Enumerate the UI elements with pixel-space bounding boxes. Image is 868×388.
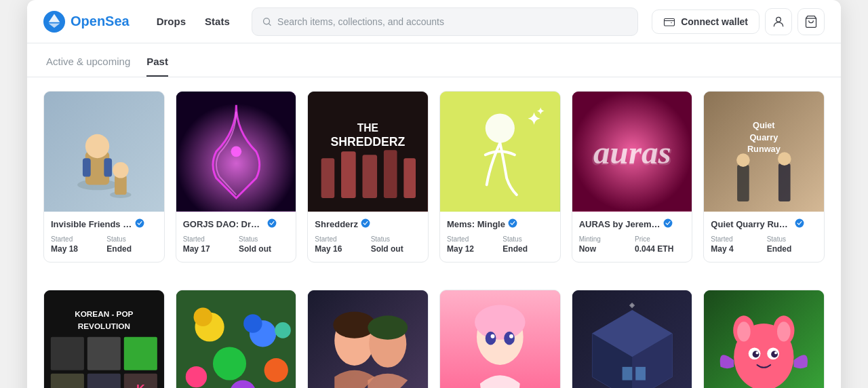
cart-button[interactable] — [797, 8, 825, 35]
tab-past[interactable]: Past — [146, 46, 168, 77]
svg-point-58 — [243, 314, 262, 332]
svg-point-43 — [795, 218, 804, 227]
drop-card-orangehare[interactable]: KOREAN - POP REVOLUTION K OrangeHare pre… — [43, 290, 165, 388]
opensea-logo-icon — [43, 11, 65, 33]
meta-label2-gorjs: Status — [239, 235, 289, 243]
meta-value2-gorjs: Sold out — [239, 244, 289, 254]
meta-value1-invisible-friends: May 18 — [51, 244, 101, 254]
user-icon — [772, 15, 785, 28]
meta-value2-mems-mingle: Ended — [502, 244, 553, 254]
svg-rect-22 — [363, 155, 378, 198]
svg-rect-85 — [622, 367, 632, 381]
svg-point-42 — [778, 152, 791, 166]
profile-button[interactable] — [765, 8, 792, 35]
logo[interactable]: OpenSea — [43, 11, 130, 33]
meta-value1-gorjs: May 17 — [183, 244, 233, 254]
svg-point-60 — [264, 358, 288, 382]
drop-card-shredderz[interactable]: THE SHREDDERZ ShredderzStartedStatusMay … — [307, 91, 429, 263]
svg-rect-41 — [778, 163, 791, 201]
verified-badge-auras — [663, 218, 673, 230]
drop-card-image-quiet-quarry: Quiet Quarry Runway — [704, 92, 824, 212]
meta-label1-quiet-quarry: Started — [711, 235, 761, 243]
svg-point-27 — [486, 113, 515, 142]
drop-card-image-spring-autumn: AUDID — [308, 290, 428, 388]
meta-value2-auras: 0.044 ETH — [635, 244, 685, 254]
drop-card-quiet-quarry[interactable]: Quiet Quarry Runway Quiet Quarry Runway … — [703, 91, 825, 263]
logo-text: OpenSea — [71, 14, 130, 29]
svg-rect-51 — [87, 373, 121, 388]
meta-label1-gorjs: Started — [183, 235, 233, 243]
svg-rect-23 — [384, 150, 397, 198]
drop-card-bishojo[interactable]: ビジョウCLUB Bishojo Club: FuyuStartedStatus… — [439, 290, 561, 388]
drop-card-image-orangehare: KOREAN - POP REVOLUTION K — [44, 290, 164, 388]
svg-point-25 — [361, 218, 370, 227]
svg-rect-47 — [51, 336, 84, 370]
verified-badge-invisible-friends — [135, 218, 144, 230]
verified-badge-quiet-quarry — [795, 218, 804, 230]
drop-card-image-invisible-friends — [44, 92, 164, 212]
svg-rect-39 — [737, 165, 749, 201]
card-title-auras: AURAS by Jeremy Co... — [579, 219, 660, 229]
nav-drops[interactable]: Drops — [149, 10, 194, 33]
meta-label2-shredderz: Status — [371, 235, 421, 243]
svg-point-16 — [267, 218, 276, 227]
drop-card-invisible-friends[interactable]: Invisible Friends Physi...StartedStatusM… — [43, 91, 165, 263]
meta-value2-quiet-quarry: Ended — [767, 244, 817, 254]
search-icon — [262, 16, 272, 27]
svg-point-56 — [193, 307, 212, 326]
drop-card-image-flowers — [176, 290, 296, 388]
svg-point-59 — [213, 347, 246, 380]
meta-value1-shredderz: May 16 — [315, 244, 365, 254]
svg-point-75 — [486, 332, 496, 345]
card-title-shredderz: Shredderz — [315, 219, 358, 229]
search-bar[interactable] — [252, 7, 638, 36]
card-title-invisible-friends: Invisible Friends Physi... — [51, 219, 132, 229]
meta-label1-invisible-friends: Started — [51, 235, 101, 243]
tabs-bar: Active & upcoming Past — [27, 46, 841, 77]
drop-card-flowers[interactable]: Flowers Flowers Flowe...StartedStatusMay… — [176, 290, 297, 388]
meta-label2-quiet-quarry: Status — [767, 235, 817, 243]
card-title-quiet-quarry: Quiet Quarry Runway ... — [711, 219, 792, 229]
nav-stats[interactable]: Stats — [197, 10, 238, 33]
meta-value2-invisible-friends: Ended — [106, 244, 157, 254]
drop-card-mems-mingle[interactable]: ✦ ✦ Mems: MingleStartedStatusMay 12Ended — [439, 91, 561, 263]
search-input[interactable] — [277, 16, 628, 27]
svg-rect-86 — [635, 367, 646, 381]
drop-card-celestia[interactable]: Celestia Ultimate - Solar L...StartedSta… — [703, 290, 825, 388]
svg-point-97 — [771, 351, 778, 357]
drop-card-image-auras: auras auras — [572, 92, 692, 212]
svg-rect-9 — [104, 158, 112, 176]
svg-text:Runway: Runway — [747, 144, 781, 154]
verified-badge-shredderz — [361, 218, 370, 230]
drop-card-gorjs[interactable]: GORJS DAO: Dream Vo...StartedStatusMay 1… — [176, 91, 297, 263]
meta-label1-auras: Minting — [579, 235, 629, 243]
svg-text:✦: ✦ — [536, 106, 545, 117]
svg-point-61 — [185, 366, 206, 387]
svg-point-12 — [113, 162, 129, 178]
svg-point-78 — [509, 334, 513, 338]
drop-card-auras[interactable]: auras auras AURAS by Jeremy Co...Minting… — [572, 91, 693, 263]
svg-point-98 — [756, 351, 759, 354]
meta-label1-mems-mingle: Started — [447, 235, 497, 243]
svg-point-96 — [753, 351, 760, 357]
svg-text:◈: ◈ — [629, 300, 635, 308]
drop-card-image-bishojo: ビジョウCLUB — [440, 290, 560, 388]
drop-card-curious-cabins[interactable]: ◈ Curious Cabins #50 - Car...StartedStat… — [572, 290, 693, 388]
nav-links: Drops Stats — [149, 10, 238, 33]
svg-point-76 — [504, 332, 515, 345]
navbar: OpenSea Drops Stats Connect wallet — [27, 0, 841, 43]
svg-point-3 — [776, 17, 781, 22]
svg-point-93 — [777, 322, 791, 341]
tab-active-upcoming[interactable]: Active & upcoming — [46, 46, 130, 77]
svg-point-40 — [736, 153, 750, 167]
drop-card-spring-autumn[interactable]: AUDID Spring and Autumn by...StartedStat… — [307, 290, 429, 388]
svg-point-69 — [368, 315, 408, 339]
drop-card-image-shredderz: THE SHREDDERZ — [308, 92, 428, 212]
verified-badge-mems-mingle — [508, 218, 517, 230]
svg-text:SHREDDERZ: SHREDDERZ — [331, 135, 406, 149]
meta-value1-quiet-quarry: May 4 — [711, 244, 761, 254]
meta-value2-shredderz: Sold out — [371, 244, 421, 254]
card-title-gorjs: GORJS DAO: Dream Vo... — [183, 219, 264, 229]
svg-text:Quarry: Quarry — [750, 132, 779, 142]
connect-wallet-button[interactable]: Connect wallet — [652, 9, 760, 34]
